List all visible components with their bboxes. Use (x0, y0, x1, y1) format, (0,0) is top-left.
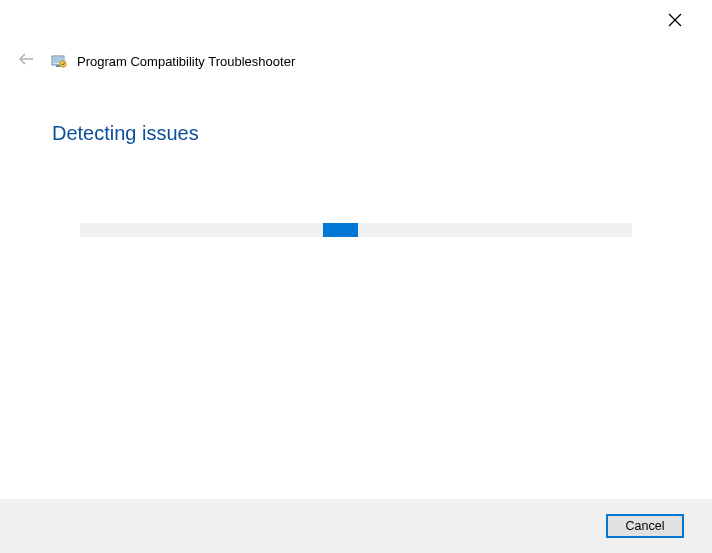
close-button[interactable] (652, 6, 698, 36)
svg-rect-5 (56, 65, 60, 67)
close-icon (668, 13, 682, 30)
progress-container (52, 223, 660, 237)
titlebar (0, 0, 712, 38)
page-heading: Detecting issues (52, 122, 660, 145)
footer: Cancel (0, 499, 712, 553)
content-area: Detecting issues (0, 72, 712, 237)
progress-fill (323, 223, 358, 237)
back-arrow-icon (17, 50, 35, 72)
back-button[interactable] (15, 50, 37, 72)
header-row: Program Compatibility Troubleshooter (0, 50, 712, 72)
progress-bar (80, 223, 632, 237)
cancel-button[interactable]: Cancel (606, 514, 684, 538)
troubleshooter-icon (51, 53, 67, 69)
header-title: Program Compatibility Troubleshooter (77, 54, 295, 69)
